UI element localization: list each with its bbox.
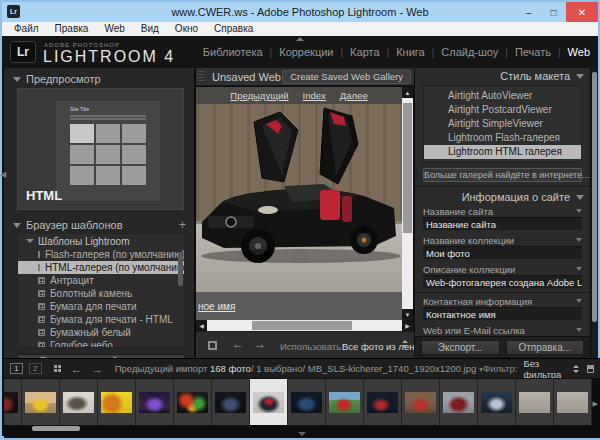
menu-help[interactable]: Справка [206,22,261,36]
film-thumb[interactable] [212,379,250,425]
template-item-anthracite[interactable]: Антрацит [18,274,184,287]
back-arrow-icon[interactable]: ← [71,363,82,375]
right-panel-scrollbar[interactable] [591,68,598,358]
site-title-input[interactable]: Название сайта [423,217,582,230]
menu-window[interactable]: Окно [167,22,206,36]
scroll-right-icon[interactable]: ▶ [402,320,413,331]
film-thumb-selected[interactable] [250,379,288,425]
film-thumb[interactable] [554,379,592,425]
module-library[interactable]: Библиотека [201,46,265,58]
chevron-down-icon[interactable] [576,299,582,303]
film-thumb[interactable] [478,379,516,425]
filmstrip-scroll-thumb[interactable] [32,426,80,431]
module-slideshow[interactable]: Слайд-шоу [439,46,500,58]
previous-arrow-icon[interactable]: ← [232,337,244,351]
dropdown-arrows-icon[interactable] [402,340,408,348]
template-grid-icon [38,342,45,348]
create-saved-gallery-button[interactable]: Create Saved Web Gallery [282,70,411,84]
film-thumb[interactable] [136,379,174,425]
stop-square-icon[interactable] [208,341,217,350]
filter-dropdown[interactable]: Без фильтра [524,358,570,380]
chevron-down-icon[interactable] [576,209,582,213]
module-book[interactable]: Книга [394,46,427,58]
scroll-down-icon[interactable]: ▼ [402,309,413,320]
horizontal-scrollbar[interactable]: ◀ ▶ [196,320,413,331]
template-item-paper[interactable]: Бумага для печати [18,300,184,313]
template-list-scrollbar[interactable] [178,252,183,286]
module-develop[interactable]: Коррекции [277,46,335,58]
film-thumb[interactable] [60,379,98,425]
chevron-down-icon[interactable] [576,328,582,332]
film-thumb[interactable] [440,379,478,425]
template-grid-icon [38,277,45,284]
gallery-prev-link[interactable]: Предыдущий [230,90,288,101]
style-airtight-autoviewer[interactable]: Airtight AutoViewer [424,89,581,103]
style-lightroom-html[interactable]: Lightroom HTML галерея [424,145,581,159]
style-airtight-postcardviewer[interactable]: Airtight PostcardViewer [424,103,581,117]
menu-web[interactable]: Web [96,22,132,36]
upload-button[interactable]: Отправка... [506,340,585,355]
more-galleries-button[interactable]: Больше галерей найдёте в интернете... [423,168,582,182]
template-browser-header[interactable]: Браузер шаблонов + [8,218,186,232]
collapse-left-arrow-icon[interactable]: ◀ [0,170,6,179]
site-info-header[interactable]: Информация о сайте [415,189,590,205]
film-thumb[interactable] [98,379,136,425]
menu-view[interactable]: Вид [133,22,167,36]
module-web[interactable]: Web [566,46,592,58]
collection-description-input[interactable]: Web-фотогалерея создана Adobe Lightroom. [423,275,582,288]
horizontal-scroll-thumb[interactable] [252,321,352,330]
contact-name-input[interactable]: Контактное имя [423,307,582,320]
film-thumb[interactable] [4,379,22,425]
film-thumb[interactable] [326,379,364,425]
scroll-up-icon[interactable]: ▲ [402,87,413,98]
close-button[interactable]: ✕ [566,2,598,22]
dropdown-arrows-icon[interactable] [573,365,579,373]
filmstrip-source-breadcrumb[interactable]: Предыдущий импорт 168 фото/ 1 выбрано/ M… [115,363,483,374]
template-item-marsh[interactable]: Болотный камень [18,287,184,300]
module-print[interactable]: Печать [513,46,553,58]
template-list: Шаблоны Lightroom Flash-галерея (по умол… [17,233,185,348]
template-item-html[interactable]: HTML-галерея (по умолчанию) [18,261,184,274]
film-thumb[interactable] [22,379,60,425]
contact-name-link[interactable]: ное имя [198,301,235,312]
gallery-index-link[interactable]: Index [303,90,326,101]
film-thumb[interactable] [288,379,326,425]
style-airtight-simpleviewer[interactable]: Airtight SimpleViewer [424,117,581,131]
monitor-1-button[interactable]: 1 [10,363,23,374]
module-map[interactable]: Карта [348,46,381,58]
vertical-scroll-thumb[interactable] [403,103,412,233]
scroll-left-icon[interactable]: ◀ [196,320,207,331]
film-thumb[interactable] [516,379,554,425]
template-item-paper-html[interactable]: Бумага для печати - HTML [18,313,184,326]
grid-view-icon[interactable] [54,365,61,372]
vertical-scrollbar[interactable]: ▲ ▼ [402,87,413,320]
filter-switch-icon[interactable] [587,365,594,373]
template-tree-root[interactable]: Шаблоны Lightroom [18,234,184,248]
menu-file[interactable]: Файл [6,22,47,36]
export-button[interactable]: Экспорт... [421,340,500,355]
film-thumb[interactable] [402,379,440,425]
menu-edit[interactable]: Правка [47,22,97,36]
next-arrow-icon[interactable]: → [254,337,266,351]
chevron-down-icon[interactable] [576,238,582,242]
template-item-blue-sky[interactable]: Голубое небо [18,339,184,348]
minimize-button[interactable]: – [516,2,541,22]
film-thumb[interactable] [174,379,212,425]
forward-arrow-icon[interactable]: → [92,363,103,375]
gallery-next-link[interactable]: Далее [340,90,368,101]
monitor-2-button[interactable]: 2 [29,363,42,374]
collapse-bottom-arrow-icon[interactable] [298,432,306,436]
preview-section-header[interactable]: Предпросмотр [8,73,190,85]
add-template-button[interactable]: + [179,218,186,232]
template-item-flash[interactable]: Flash-галерея (по умолчанию) [18,248,184,261]
template-item-paper-white[interactable]: Бумажный белый [18,326,184,339]
right-scroll-thumb[interactable] [592,72,597,322]
template-grid-icon [38,303,45,310]
chevron-down-icon[interactable] [576,267,582,271]
layout-style-header[interactable]: Стиль макета [415,68,590,84]
collection-title-input[interactable]: Мои фото [423,246,582,259]
collapse-right-arrow-icon[interactable]: ▶ [593,400,598,408]
maximize-button[interactable]: □ [541,2,566,22]
style-lightroom-flash[interactable]: Lightroom Flash-галерея [424,131,581,145]
film-thumb[interactable] [364,379,402,425]
